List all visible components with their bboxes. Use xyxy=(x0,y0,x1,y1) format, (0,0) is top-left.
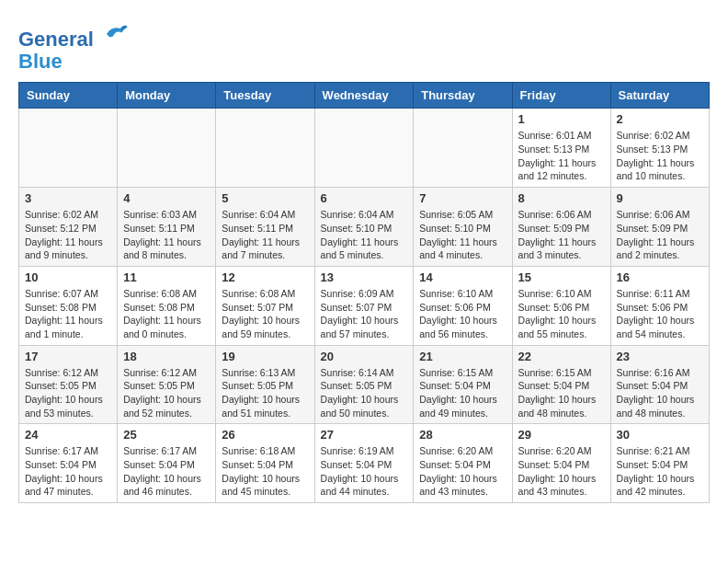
day-info: Sunrise: 6:08 AM Sunset: 5:07 PM Dayligh… xyxy=(222,287,308,341)
day-number: 14 xyxy=(419,270,506,284)
calendar-week-3: 10Sunrise: 6:07 AM Sunset: 5:08 PM Dayli… xyxy=(19,266,710,345)
day-number: 15 xyxy=(518,270,605,284)
calendar-cell: 4Sunrise: 6:03 AM Sunset: 5:11 PM Daylig… xyxy=(118,188,216,267)
logo: General Blue xyxy=(18,18,129,73)
day-number: 7 xyxy=(419,191,506,205)
day-number: 20 xyxy=(321,350,408,363)
day-number: 4 xyxy=(123,191,210,205)
calendar-cell xyxy=(19,109,118,188)
day-info: Sunrise: 6:03 AM Sunset: 5:11 PM Dayligh… xyxy=(123,208,210,262)
logo-text: General Blue xyxy=(18,18,129,73)
day-number: 8 xyxy=(518,191,605,205)
day-info: Sunrise: 6:12 AM Sunset: 5:05 PM Dayligh… xyxy=(25,366,111,420)
calendar-week-1: 1Sunrise: 6:01 AM Sunset: 5:13 PM Daylig… xyxy=(19,109,710,188)
day-info: Sunrise: 6:06 AM Sunset: 5:09 PM Dayligh… xyxy=(518,208,605,262)
calendar-week-2: 3Sunrise: 6:02 AM Sunset: 5:12 PM Daylig… xyxy=(19,188,710,267)
calendar-cell: 3Sunrise: 6:02 AM Sunset: 5:12 PM Daylig… xyxy=(19,188,118,267)
day-number: 6 xyxy=(321,191,408,205)
calendar-cell xyxy=(314,109,414,188)
calendar-cell: 8Sunrise: 6:06 AM Sunset: 5:09 PM Daylig… xyxy=(512,188,610,267)
logo-bird-icon xyxy=(101,18,129,46)
day-number: 30 xyxy=(617,428,703,442)
weekday-header-friday: Friday xyxy=(512,83,610,109)
calendar-cell: 23Sunrise: 6:16 AM Sunset: 5:04 PM Dayli… xyxy=(610,345,709,424)
day-info: Sunrise: 6:15 AM Sunset: 5:04 PM Dayligh… xyxy=(419,366,506,420)
calendar-cell: 28Sunrise: 6:20 AM Sunset: 5:04 PM Dayli… xyxy=(414,424,512,503)
weekday-header-sunday: Sunday xyxy=(19,83,118,109)
day-number: 11 xyxy=(123,270,210,284)
day-info: Sunrise: 6:18 AM Sunset: 5:04 PM Dayligh… xyxy=(222,444,308,499)
day-info: Sunrise: 6:02 AM Sunset: 5:13 PM Dayligh… xyxy=(617,129,703,183)
calendar-cell: 7Sunrise: 6:05 AM Sunset: 5:10 PM Daylig… xyxy=(414,188,512,267)
calendar-header-row: SundayMondayTuesdayWednesdayThursdayFrid… xyxy=(19,83,710,109)
day-info: Sunrise: 6:09 AM Sunset: 5:07 PM Dayligh… xyxy=(321,287,408,341)
weekday-header-thursday: Thursday xyxy=(414,83,512,109)
calendar-cell: 22Sunrise: 6:15 AM Sunset: 5:04 PM Dayli… xyxy=(512,345,610,424)
calendar-cell: 5Sunrise: 6:04 AM Sunset: 5:11 PM Daylig… xyxy=(216,188,314,267)
day-info: Sunrise: 6:01 AM Sunset: 5:13 PM Dayligh… xyxy=(518,129,605,183)
day-number: 21 xyxy=(419,350,506,363)
day-info: Sunrise: 6:11 AM Sunset: 5:06 PM Dayligh… xyxy=(617,287,703,341)
day-info: Sunrise: 6:16 AM Sunset: 5:04 PM Dayligh… xyxy=(617,366,703,420)
calendar-cell: 6Sunrise: 6:04 AM Sunset: 5:10 PM Daylig… xyxy=(314,188,414,267)
day-info: Sunrise: 6:07 AM Sunset: 5:08 PM Dayligh… xyxy=(25,287,111,341)
calendar-cell: 29Sunrise: 6:20 AM Sunset: 5:04 PM Dayli… xyxy=(512,424,610,503)
day-number: 1 xyxy=(518,112,605,126)
day-number: 29 xyxy=(518,428,605,442)
day-number: 2 xyxy=(617,112,703,126)
day-number: 27 xyxy=(321,428,408,442)
day-info: Sunrise: 6:13 AM Sunset: 5:05 PM Dayligh… xyxy=(222,366,308,420)
day-info: Sunrise: 6:10 AM Sunset: 5:06 PM Dayligh… xyxy=(419,287,506,341)
day-info: Sunrise: 6:08 AM Sunset: 5:08 PM Dayligh… xyxy=(123,287,210,341)
day-info: Sunrise: 6:05 AM Sunset: 5:10 PM Dayligh… xyxy=(419,208,506,262)
day-number: 25 xyxy=(123,428,210,442)
calendar-cell: 26Sunrise: 6:18 AM Sunset: 5:04 PM Dayli… xyxy=(216,424,314,503)
day-number: 12 xyxy=(222,270,308,284)
calendar-table: SundayMondayTuesdayWednesdayThursdayFrid… xyxy=(18,82,710,503)
day-info: Sunrise: 6:14 AM Sunset: 5:05 PM Dayligh… xyxy=(321,366,408,420)
calendar-cell: 1Sunrise: 6:01 AM Sunset: 5:13 PM Daylig… xyxy=(512,109,610,188)
calendar-cell: 25Sunrise: 6:17 AM Sunset: 5:04 PM Dayli… xyxy=(118,424,216,503)
day-number: 26 xyxy=(222,428,308,442)
day-number: 18 xyxy=(123,350,210,363)
calendar-cell: 24Sunrise: 6:17 AM Sunset: 5:04 PM Dayli… xyxy=(19,424,118,503)
day-info: Sunrise: 6:10 AM Sunset: 5:06 PM Dayligh… xyxy=(518,287,605,341)
day-info: Sunrise: 6:19 AM Sunset: 5:04 PM Dayligh… xyxy=(321,444,408,499)
calendar-cell: 17Sunrise: 6:12 AM Sunset: 5:05 PM Dayli… xyxy=(19,345,118,424)
calendar-cell xyxy=(118,109,216,188)
day-number: 3 xyxy=(25,191,111,205)
calendar-cell: 16Sunrise: 6:11 AM Sunset: 5:06 PM Dayli… xyxy=(610,266,709,345)
day-number: 28 xyxy=(419,428,506,442)
calendar-cell: 30Sunrise: 6:21 AM Sunset: 5:04 PM Dayli… xyxy=(610,424,709,503)
calendar-cell: 15Sunrise: 6:10 AM Sunset: 5:06 PM Dayli… xyxy=(512,266,610,345)
day-info: Sunrise: 6:06 AM Sunset: 5:09 PM Dayligh… xyxy=(617,208,703,262)
calendar-cell: 21Sunrise: 6:15 AM Sunset: 5:04 PM Dayli… xyxy=(414,345,512,424)
day-number: 24 xyxy=(25,428,111,442)
weekday-header-monday: Monday xyxy=(118,83,216,109)
calendar-cell: 14Sunrise: 6:10 AM Sunset: 5:06 PM Dayli… xyxy=(414,266,512,345)
day-number: 10 xyxy=(25,270,111,284)
day-info: Sunrise: 6:21 AM Sunset: 5:04 PM Dayligh… xyxy=(617,444,703,499)
day-number: 13 xyxy=(321,270,408,284)
weekday-header-saturday: Saturday xyxy=(610,83,709,109)
calendar-cell: 9Sunrise: 6:06 AM Sunset: 5:09 PM Daylig… xyxy=(610,188,709,267)
calendar-cell: 27Sunrise: 6:19 AM Sunset: 5:04 PM Dayli… xyxy=(314,424,414,503)
day-number: 9 xyxy=(617,191,703,205)
day-info: Sunrise: 6:17 AM Sunset: 5:04 PM Dayligh… xyxy=(123,444,210,499)
calendar-week-5: 24Sunrise: 6:17 AM Sunset: 5:04 PM Dayli… xyxy=(19,424,710,503)
day-info: Sunrise: 6:15 AM Sunset: 5:04 PM Dayligh… xyxy=(518,366,605,420)
calendar-cell: 2Sunrise: 6:02 AM Sunset: 5:13 PM Daylig… xyxy=(610,109,709,188)
day-number: 5 xyxy=(222,191,308,205)
calendar-cell: 10Sunrise: 6:07 AM Sunset: 5:08 PM Dayli… xyxy=(19,266,118,345)
day-info: Sunrise: 6:20 AM Sunset: 5:04 PM Dayligh… xyxy=(518,444,605,499)
page-header: General Blue xyxy=(18,18,710,73)
day-info: Sunrise: 6:04 AM Sunset: 5:10 PM Dayligh… xyxy=(321,208,408,262)
calendar-cell: 19Sunrise: 6:13 AM Sunset: 5:05 PM Dayli… xyxy=(216,345,314,424)
day-info: Sunrise: 6:17 AM Sunset: 5:04 PM Dayligh… xyxy=(25,444,111,499)
day-number: 19 xyxy=(222,350,308,363)
calendar-cell: 11Sunrise: 6:08 AM Sunset: 5:08 PM Dayli… xyxy=(118,266,216,345)
calendar-cell: 13Sunrise: 6:09 AM Sunset: 5:07 PM Dayli… xyxy=(314,266,414,345)
day-number: 22 xyxy=(518,350,605,363)
calendar-cell: 12Sunrise: 6:08 AM Sunset: 5:07 PM Dayli… xyxy=(216,266,314,345)
day-info: Sunrise: 6:20 AM Sunset: 5:04 PM Dayligh… xyxy=(419,444,506,499)
